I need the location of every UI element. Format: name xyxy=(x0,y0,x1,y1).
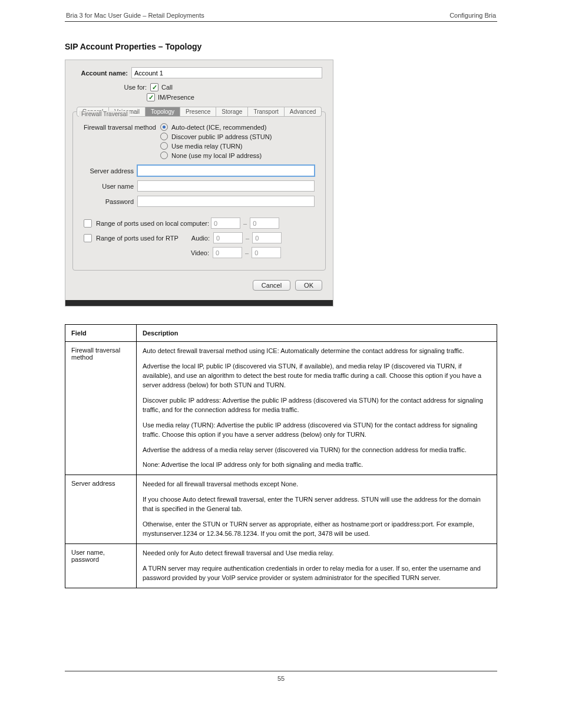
tabs-fieldset: General Voicemail Topology Presence Stor… xyxy=(72,111,326,271)
field-description-table: Field Description Firewall traversal met… xyxy=(65,324,497,588)
audio-label: Audio: xyxy=(187,235,210,242)
video-label: Video: xyxy=(187,249,209,256)
ports-local-checkbox[interactable] xyxy=(84,219,92,228)
server-address-input[interactable] xyxy=(137,165,315,176)
cell-field-0: Firewall traversal method xyxy=(65,342,137,475)
th-field: Field xyxy=(65,325,137,342)
dash-icon: – xyxy=(246,235,249,242)
radio-auto-detect[interactable] xyxy=(160,123,168,131)
user-name-input[interactable] xyxy=(137,180,315,192)
password-input[interactable] xyxy=(137,196,315,207)
radio-turn[interactable] xyxy=(160,142,168,150)
radio-none-label: None (use my local IP address) xyxy=(171,152,262,159)
dialog-shadow xyxy=(65,300,333,306)
cell-field-1: Server address xyxy=(65,475,137,544)
dash-icon: – xyxy=(243,220,247,227)
usefor-im-text: IM/Presence xyxy=(158,94,194,101)
cell-field-2: User name, password xyxy=(65,544,137,588)
cancel-button[interactable]: Cancel xyxy=(253,280,290,291)
radio-stun-label: Discover public IP address (STUN) xyxy=(171,133,272,140)
use-for-label: Use for: xyxy=(116,84,147,91)
ok-button[interactable]: OK xyxy=(295,280,322,291)
ports-local-from[interactable] xyxy=(211,218,240,229)
user-name-label: User name xyxy=(84,183,134,190)
tab-topology[interactable]: Topology xyxy=(146,107,180,117)
account-name-label: Account name: xyxy=(78,70,128,77)
usefor-im-checkbox[interactable] xyxy=(147,93,155,101)
tab-storage[interactable]: Storage xyxy=(216,107,248,117)
topology-dialog: Account name: Use for: Call IM/Presence … xyxy=(65,60,333,307)
server-address-label: Server address xyxy=(84,167,134,174)
usefor-call-checkbox[interactable] xyxy=(150,83,158,91)
cell-desc-0: Auto detect firewall traversal method us… xyxy=(137,342,497,475)
radio-stun[interactable] xyxy=(160,133,168,140)
ports-local-label: Range of ports used on local computer: xyxy=(96,220,211,227)
radio-auto-detect-label: Auto-detect (ICE, recommended) xyxy=(171,124,266,131)
dash-icon: – xyxy=(245,249,249,256)
tab-advanced[interactable]: Advanced xyxy=(285,107,322,117)
ports-local-to[interactable] xyxy=(250,218,279,229)
header-product: Bria 3 for Mac User Guide – Retail Deplo… xyxy=(66,12,204,19)
radio-turn-label: Use media relay (TURN) xyxy=(171,143,242,150)
account-name-input[interactable] xyxy=(131,67,322,78)
ports-video-to[interactable] xyxy=(252,247,281,258)
th-desc: Description xyxy=(137,325,497,342)
ports-video-from[interactable] xyxy=(213,247,242,258)
ports-rtp-label: Range of ports used for RTP xyxy=(96,235,187,242)
password-label: Password xyxy=(84,198,134,205)
ports-audio-from[interactable] xyxy=(213,232,243,243)
ports-audio-to[interactable] xyxy=(252,232,282,243)
tab-presence[interactable]: Presence xyxy=(180,107,216,117)
ports-rtp-checkbox[interactable] xyxy=(84,234,92,242)
usefor-call-text: Call xyxy=(161,84,173,91)
fieldset-caption: Firewall Traversal xyxy=(79,111,130,117)
section-title: SIP Account Properties – Topology xyxy=(65,42,497,51)
page-footer: 55 xyxy=(65,671,497,682)
cell-desc-2: Needed only for Auto detect firewall tra… xyxy=(137,544,497,588)
radio-none[interactable] xyxy=(160,151,168,159)
cell-desc-1: Needed for all firewall traversal method… xyxy=(137,475,497,544)
firewall-method-label: Firewall traversal method xyxy=(84,123,160,131)
header-section: Configuring Bria xyxy=(449,12,496,19)
tab-transport[interactable]: Transport xyxy=(248,107,284,117)
